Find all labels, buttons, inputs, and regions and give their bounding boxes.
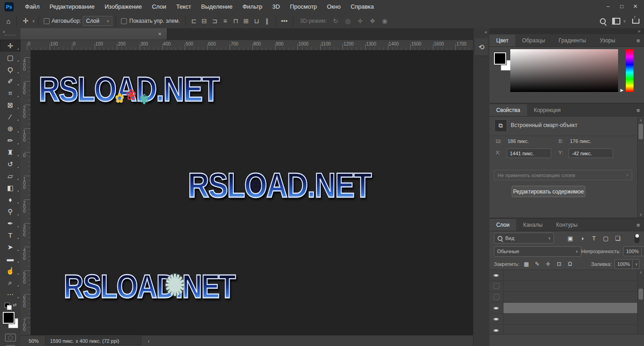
- align-left-icon[interactable]: ⊏: [189, 17, 199, 25]
- y-input[interactable]: -42 пикс.: [569, 148, 613, 158]
- layer-name-area[interactable]: [503, 270, 638, 280]
- menu-item-4[interactable]: Текст: [171, 0, 196, 14]
- foreground-color-swatch[interactable]: [494, 52, 506, 65]
- layer-name-area[interactable]: [503, 314, 638, 324]
- maximize-button[interactable]: □: [615, 0, 629, 13]
- blend-mode-select[interactable]: Обычные ∨: [494, 246, 581, 257]
- type-tool[interactable]: T: [0, 229, 20, 241]
- align-middle-icon[interactable]: ⊞: [241, 17, 252, 25]
- eyedropper-tool[interactable]: ∕: [0, 111, 20, 122]
- scroll-up-icon[interactable]: ∧: [638, 270, 644, 275]
- panel-menu-icon[interactable]: ≡: [636, 107, 640, 114]
- autoselect-target-select[interactable]: Слой ∨: [83, 16, 112, 26]
- lock-paint-icon[interactable]: ✎: [534, 261, 541, 267]
- fill-field[interactable]: 100% ∨: [614, 259, 639, 269]
- layer-name-area[interactable]: [503, 303, 638, 313]
- panels-collapse-icon[interactable]: »: [638, 29, 640, 34]
- x-input[interactable]: 1441 пикс.: [507, 148, 551, 158]
- horizontal-ruler[interactable]: 0100010020030040050060070080090010001100…: [20, 40, 473, 51]
- more-tools[interactable]: ⋯: [0, 288, 20, 300]
- chevron-down-icon[interactable]: ∨: [32, 19, 35, 23]
- swap-colors-icon[interactable]: ⇄: [13, 302, 16, 307]
- dodge-tool[interactable]: ⚲: [0, 205, 20, 217]
- workspace-icon[interactable]: [612, 18, 620, 25]
- hue-slider-arrow-icon[interactable]: ▶: [620, 88, 624, 92]
- autoselect-checkbox[interactable]: [44, 18, 50, 24]
- layer-visibility-empty[interactable]: [489, 281, 503, 291]
- brush-tool[interactable]: ✏: [0, 134, 20, 146]
- history-brush-tool[interactable]: ↺: [0, 158, 20, 170]
- path-selection-tool[interactable]: ➤: [0, 241, 20, 253]
- move-tool-option-icon[interactable]: ✛: [20, 17, 31, 25]
- vertical-ruler[interactable]: 4003002001000100200300400500600700800: [20, 50, 31, 336]
- hand-tool[interactable]: ☝: [0, 265, 20, 276]
- menu-item-7[interactable]: 3D: [267, 0, 285, 14]
- tab-Контуры[interactable]: Контуры: [549, 219, 584, 231]
- lock-all-icon[interactable]: Ω: [567, 261, 574, 267]
- layer-name-area[interactable]: [503, 281, 638, 291]
- layer-visibility-empty[interactable]: [489, 292, 503, 302]
- quick-mask-button[interactable]: [5, 334, 16, 341]
- menu-item-0[interactable]: Файл: [20, 0, 45, 14]
- menu-item-3[interactable]: Слои: [147, 0, 171, 14]
- distribute-v-icon[interactable]: ∥: [262, 17, 272, 25]
- tab-close-icon[interactable]: ×: [156, 31, 163, 37]
- align-top-icon[interactable]: ⊓: [231, 17, 241, 25]
- crop-tool[interactable]: ⌗: [0, 87, 20, 99]
- panel-menu-icon[interactable]: ≡: [636, 37, 640, 44]
- eraser-tool[interactable]: ▱: [0, 170, 20, 182]
- menu-item-5[interactable]: Выделение: [196, 0, 237, 14]
- close-button[interactable]: ✕: [629, 0, 642, 13]
- lock-transparent-icon[interactable]: ▦: [523, 261, 530, 267]
- gradient-tool[interactable]: ◧: [0, 182, 20, 193]
- tab-Каналы[interactable]: Каналы: [516, 219, 549, 231]
- layer-row-1[interactable]: ◉: [489, 270, 638, 281]
- home-icon[interactable]: ⌂: [4, 17, 13, 25]
- rectangle-tool[interactable]: ▬: [0, 253, 20, 265]
- layer-row-2[interactable]: [489, 281, 638, 292]
- zoom-level-field[interactable]: 50%: [20, 338, 45, 344]
- object-selection-tool[interactable]: ✐: [0, 75, 20, 87]
- layer-filter-select[interactable]: Вид ∨: [494, 233, 554, 244]
- toolbar-grip[interactable]: [5, 35, 16, 39]
- chevron-down-icon[interactable]: ∨: [623, 19, 626, 23]
- menu-item-2[interactable]: Изображение: [100, 0, 147, 14]
- tab-Свойства[interactable]: Свойства: [489, 104, 527, 116]
- tab-Узоры[interactable]: Узоры: [593, 35, 622, 46]
- clone-stamp-tool[interactable]: ♜: [0, 146, 20, 158]
- filter-type-icon[interactable]: T: [590, 235, 598, 242]
- history-panel-icon[interactable]: ⟲: [475, 38, 488, 56]
- document-tab[interactable]: ×: [20, 28, 167, 40]
- filter-adjustment-icon[interactable]: ◑: [579, 235, 586, 242]
- tab-Градиенты[interactable]: Градиенты: [552, 35, 593, 46]
- layers-scrollbar[interactable]: ∧: [637, 270, 644, 334]
- filter-toggle-switch[interactable]: [634, 234, 639, 243]
- more-options-button[interactable]: •••: [279, 17, 290, 25]
- scrollbar-thumb[interactable]: [639, 289, 643, 300]
- chevron-down-icon[interactable]: ∨: [643, 249, 644, 254]
- foreground-color-swatch[interactable]: [3, 312, 15, 324]
- lock-artboard-icon[interactable]: ⊡: [556, 261, 563, 267]
- document-info[interactable]: 1590 пикс. x 400 пикс. (72 ppi): [45, 336, 141, 345]
- rail-collapse-icon[interactable]: «: [484, 30, 487, 35]
- align-bottom-icon[interactable]: ⊔: [252, 17, 262, 25]
- menu-item-10[interactable]: Справка: [346, 0, 379, 14]
- layer-visibility-eye-icon[interactable]: ◉: [489, 314, 503, 324]
- layer-visibility-eye-icon[interactable]: ◉: [489, 303, 503, 313]
- filter-smart-object-icon[interactable]: ❏: [614, 235, 621, 242]
- zoom-tool[interactable]: ⌕: [0, 276, 20, 288]
- spot-healing-tool[interactable]: ⊛: [0, 122, 20, 134]
- layer-name-area[interactable]: [503, 292, 638, 302]
- minimize-button[interactable]: –: [601, 0, 615, 13]
- properties-scrollbar[interactable]: ∧ ∨: [637, 117, 644, 218]
- rectangular-marquee-tool[interactable]: ▢: [0, 51, 20, 63]
- panel-menu-icon[interactable]: ≡: [636, 222, 640, 229]
- chevron-down-icon[interactable]: ∨: [634, 262, 639, 266]
- opacity-field[interactable]: 100% ∨: [623, 246, 644, 256]
- layer-row-4[interactable]: ◉: [489, 303, 638, 314]
- search-icon[interactable]: [600, 18, 606, 24]
- align-right-icon[interactable]: ⊐: [210, 17, 220, 25]
- show-controls-checkbox[interactable]: [121, 18, 127, 24]
- menu-item-6[interactable]: Фильтр: [237, 0, 267, 14]
- layer-row-5[interactable]: ◉: [489, 314, 638, 325]
